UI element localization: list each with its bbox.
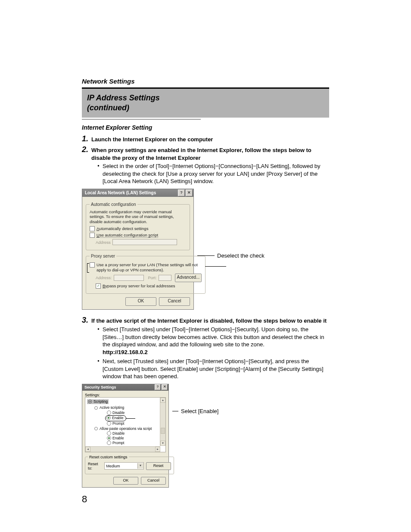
autoconfig-desc: Automatic configuration may override man…: [90, 209, 186, 224]
lan-titlebar: Local Area Network (LAN) Settings ? ✕: [82, 189, 193, 197]
scroll-thumb[interactable]: [161, 428, 165, 434]
bullet: Next, select [Trusted sites] under [Tool…: [97, 358, 329, 380]
chevron-down-icon: ▾: [137, 463, 143, 469]
autoconfig-legend: Automatic configuration: [90, 202, 137, 207]
auto-detect-checkbox[interactable]: [90, 226, 95, 231]
scroll-right-icon[interactable]: ▸: [155, 447, 160, 452]
tree-scripting[interactable]: Scripting: [87, 399, 109, 404]
step-2: 2. When proxy settings are enabled in th…: [82, 145, 329, 162]
ok-button[interactable]: OK: [125, 297, 156, 306]
proxy-address-input[interactable]: [114, 275, 144, 281]
lan-callout: Deselect the check: [217, 252, 265, 259]
step-number: 1.: [82, 134, 90, 143]
tree-label: Active scripting: [100, 405, 124, 410]
tree-option[interactable]: Disable: [107, 411, 159, 415]
auto-detect-label: AAutomatically detect settingsutomatical…: [97, 226, 148, 231]
banner-title-line2: (continued): [87, 103, 324, 113]
reset-group: Reset custom settings Reset to: Medium ▾…: [85, 455, 174, 474]
security-figure: Security Settings ? ✕ Settings: Scriptin…: [82, 384, 329, 488]
reset-level-value: Medium: [106, 464, 120, 468]
security-title: Security Settings: [84, 385, 116, 389]
proxy-port-label: Port:: [148, 275, 157, 280]
step-1: 1. Launch the Internet Explorer on the c…: [82, 134, 329, 143]
step-number: 3.: [82, 316, 90, 325]
lan-figure: Local Area Network (LAN) Settings ? ✕ Au…: [82, 189, 329, 310]
tree-option[interactable]: Enable: [107, 436, 159, 441]
cancel-button[interactable]: Cancel: [159, 297, 190, 306]
step-3: 3. If the active script of the Internet …: [82, 316, 329, 325]
url-text: http://192.168.0.2: [103, 349, 148, 355]
scroll-left-icon[interactable]: ◂: [85, 447, 90, 452]
banner-title-line1: IP Address Settings: [87, 93, 324, 103]
step-text: If the active script of the Internet Exp…: [91, 317, 329, 325]
bullet: Select [Trusted sites] under [Tool]−[Int…: [97, 326, 329, 356]
callout-connector: [205, 266, 226, 267]
step-text: Launch the Internet Explorer on the comp…: [91, 136, 329, 143]
proxy-legend: Proxy server: [90, 254, 116, 258]
bullet: Select in the order of [Tool]−[Internet …: [97, 162, 329, 185]
use-script-label: Use automatic configuration script: [97, 233, 158, 238]
settings-tree[interactable]: Scripting Active scripting Disable: [85, 397, 166, 452]
tree-label: Allow paste operations via script: [100, 426, 152, 431]
scroll-up-icon[interactable]: ▴: [160, 398, 165, 403]
use-proxy-label: Use a proxy server for your LAN (These s…: [97, 262, 202, 272]
security-titlebar: Security Settings ? ✕: [82, 384, 168, 391]
autoconfig-group: Automatic configuration Automatic config…: [86, 202, 190, 251]
reset-level-select[interactable]: Medium ▾: [104, 462, 144, 470]
tree-label: Scripting: [93, 399, 108, 404]
tree-option-enable[interactable]: Enable: [105, 415, 159, 421]
help-button[interactable]: ?: [178, 190, 185, 196]
horizontal-scrollbar[interactable]: ◂ ▸: [85, 446, 160, 452]
step-number: 2.: [82, 145, 90, 154]
tree-active-scripting[interactable]: Active scripting: [94, 405, 159, 410]
enable-highlight: Enable: [105, 415, 126, 421]
address-label: Address: [96, 240, 111, 245]
reset-to-label: Reset to:: [88, 462, 102, 470]
svg-point-3: [95, 427, 98, 430]
security-callout: Select [Enable]: [181, 408, 218, 414]
close-button[interactable]: ✕: [162, 384, 168, 390]
address-input[interactable]: [112, 239, 177, 245]
cancel-button[interactable]: Cancel: [141, 477, 166, 485]
help-button[interactable]: ?: [155, 384, 161, 390]
lan-dialog: Local Area Network (LAN) Settings ? ✕ Au…: [82, 189, 194, 310]
title-banner: IP Address Settings (continued): [82, 89, 329, 118]
scroll-down-icon[interactable]: ▾: [160, 441, 165, 446]
proxy-address-label: Address:: [96, 275, 112, 280]
tree-option[interactable]: Disable: [107, 431, 159, 436]
tree-allow-paste[interactable]: Allow paste operations via script: [94, 426, 159, 431]
settings-label: Settings:: [85, 393, 166, 397]
bullet-text: Select [Trusted sites] under [Tool]−[Int…: [103, 326, 324, 348]
page-number: 8: [82, 494, 329, 505]
ok-button[interactable]: OK: [113, 477, 138, 485]
tree-option[interactable]: Prompt: [107, 441, 159, 445]
reset-button[interactable]: Reset: [146, 462, 171, 470]
svg-point-1: [90, 401, 91, 402]
use-script-checkbox[interactable]: [90, 233, 95, 238]
rule-mid: [82, 119, 201, 120]
gear-icon: [94, 426, 98, 431]
bypass-label: Bypass proxy server for local addresses: [103, 283, 175, 288]
svg-point-2: [95, 406, 98, 409]
lan-title: Local Area Network (LAN) Settings: [85, 190, 156, 195]
proxy-port-input[interactable]: [159, 275, 171, 281]
proxy-group: Proxy server Use a proxy server for your…: [86, 254, 206, 294]
callout-line: [172, 411, 178, 411]
section-label: Network Settings: [82, 78, 329, 85]
callout-bracket: [87, 263, 89, 273]
advanced-button[interactable]: Advanced...: [175, 274, 202, 282]
callout-tail: [126, 418, 135, 419]
tree-option[interactable]: Prompt: [107, 421, 159, 426]
gear-icon: [88, 399, 92, 404]
step-text: When proxy settings are enabled in the I…: [91, 146, 329, 162]
security-dialog: Security Settings ? ✕ Settings: Scriptin…: [82, 384, 169, 488]
subheading: Internet Explorer Setting: [82, 124, 329, 131]
use-proxy-checkbox[interactable]: [90, 262, 95, 268]
bypass-checkbox[interactable]: ✓: [96, 283, 101, 289]
close-button[interactable]: ✕: [186, 190, 193, 196]
reset-legend: Reset custom settings: [88, 455, 129, 459]
gear-icon: [94, 406, 98, 410]
vertical-scrollbar[interactable]: ▴ ▾: [160, 398, 165, 446]
